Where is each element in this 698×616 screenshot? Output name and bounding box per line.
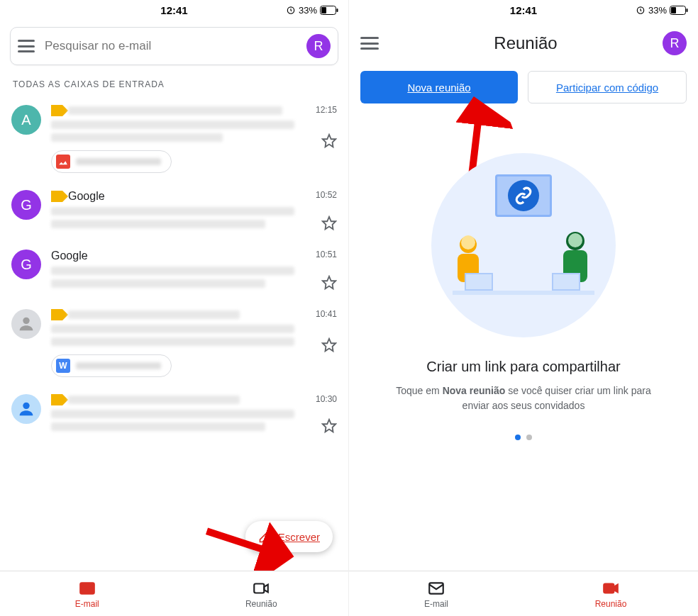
hamburger-icon[interactable] xyxy=(18,40,35,52)
email-time: 10:41 xyxy=(316,309,337,319)
bottom-nav: E-mail Reunião xyxy=(349,571,698,616)
email-sender: Google xyxy=(68,190,105,203)
star-icon[interactable] xyxy=(321,337,337,356)
svg-marker-4 xyxy=(323,135,336,147)
compose-fab[interactable]: Escrever xyxy=(245,521,333,552)
email-list: A 12:15 G Google xyxy=(0,98,348,445)
attachment-chip[interactable]: W xyxy=(51,354,172,377)
status-right: 33% xyxy=(636,5,688,16)
status-bar: 12:41 33% xyxy=(349,0,698,20)
svg-point-9 xyxy=(23,403,29,409)
email-time: 10:51 xyxy=(316,250,337,259)
link-icon xyxy=(514,186,533,205)
email-time: 12:15 xyxy=(316,105,337,115)
status-time: 12:41 xyxy=(160,4,187,16)
star-icon[interactable] xyxy=(321,215,337,234)
avatar-button[interactable]: R xyxy=(663,31,687,55)
email-item[interactable]: G Google 10:52 xyxy=(0,183,348,242)
svg-marker-6 xyxy=(323,276,336,289)
email-item[interactable]: A 12:15 xyxy=(0,98,348,183)
video-icon xyxy=(252,579,270,598)
svg-rect-3 xyxy=(337,9,338,12)
email-avatar: G xyxy=(11,250,41,279)
important-icon xyxy=(51,105,62,116)
word-icon: W xyxy=(56,359,70,373)
svg-point-7 xyxy=(23,318,29,324)
nav-meet[interactable]: Reunião xyxy=(174,571,349,616)
phone-right: 12:41 33% Reunião R Nova reunião Partici… xyxy=(349,0,698,616)
important-icon xyxy=(51,394,62,405)
pencil-icon xyxy=(258,530,272,544)
svg-point-23 xyxy=(568,233,582,247)
header: Reunião R xyxy=(349,20,698,62)
email-item[interactable]: 10:41 W xyxy=(0,302,348,387)
alarm-icon xyxy=(636,5,646,15)
email-avatar xyxy=(11,394,41,424)
button-row: Nova reunião Participar com código xyxy=(349,62,698,111)
status-time: 12:41 xyxy=(510,4,537,16)
alarm-icon xyxy=(286,5,296,15)
illustration xyxy=(431,153,616,337)
star-icon[interactable] xyxy=(321,418,337,437)
status-bar: 12:41 33% xyxy=(0,0,348,20)
video-icon xyxy=(602,579,620,598)
section-label: TODAS AS CAIXAS DE ENTRADA xyxy=(0,74,348,98)
svg-rect-13 xyxy=(255,583,265,593)
svg-point-20 xyxy=(461,235,475,250)
email-item[interactable]: 10:30 xyxy=(0,387,348,445)
battery-percent: 33% xyxy=(648,5,667,16)
nav-meet-label: Reunião xyxy=(595,599,627,609)
image-icon xyxy=(56,155,70,169)
page-title: Reunião xyxy=(389,33,663,53)
search-placeholder: Pesquisar no e-mail xyxy=(45,39,306,53)
nav-email-label: E-mail xyxy=(424,599,448,609)
star-icon[interactable] xyxy=(321,133,337,152)
important-icon xyxy=(51,309,62,320)
email-time: 10:52 xyxy=(316,190,337,200)
svg-marker-8 xyxy=(323,339,336,351)
promo-text: Toque em Nova reunião se você quiser cri… xyxy=(370,383,677,413)
dot[interactable] xyxy=(526,435,532,440)
email-sender: Google xyxy=(51,250,88,262)
email-avatar xyxy=(11,309,41,339)
nav-email[interactable]: E-mail xyxy=(0,571,174,616)
new-meeting-button[interactable]: Nova reunião xyxy=(360,71,518,103)
promo-area: Criar um link para compartilhar Toque em… xyxy=(349,111,698,454)
attachment-chip[interactable] xyxy=(51,150,172,173)
mail-icon xyxy=(427,579,445,598)
svg-rect-17 xyxy=(687,9,688,12)
email-avatar: G xyxy=(11,190,41,220)
fab-label: Escrever xyxy=(278,531,320,543)
star-icon[interactable] xyxy=(321,275,337,293)
email-item[interactable]: G Google 10:51 xyxy=(0,242,348,302)
status-right: 33% xyxy=(286,5,338,16)
svg-rect-16 xyxy=(671,7,676,13)
avatar-button[interactable]: R xyxy=(306,34,331,58)
nav-email[interactable]: E-mail xyxy=(349,571,524,616)
nav-email-label: E-mail xyxy=(75,599,99,609)
search-bar[interactable]: Pesquisar no e-mail R xyxy=(10,27,338,65)
svg-rect-26 xyxy=(604,583,614,593)
nav-meet-label: Reunião xyxy=(245,599,277,609)
battery-icon xyxy=(670,6,688,15)
svg-rect-2 xyxy=(321,7,326,13)
hamburger-icon[interactable] xyxy=(360,37,379,50)
carousel-dots[interactable] xyxy=(515,435,532,440)
svg-marker-10 xyxy=(323,420,336,432)
promo-title: Criar um link para compartilhar xyxy=(426,359,620,375)
svg-marker-5 xyxy=(323,217,336,229)
email-avatar: A xyxy=(11,105,41,135)
dot[interactable] xyxy=(515,435,521,440)
phone-left: 12:41 33% Pesquisar no e-mail R TODAS AS… xyxy=(0,0,349,616)
bottom-nav: E-mail Reunião xyxy=(0,571,348,616)
mail-icon xyxy=(78,579,96,598)
nav-meet[interactable]: Reunião xyxy=(524,571,698,616)
battery-percent: 33% xyxy=(299,5,317,16)
battery-icon xyxy=(320,6,338,15)
email-time: 10:30 xyxy=(316,394,337,404)
join-code-button[interactable]: Participar com código xyxy=(528,71,687,103)
important-icon xyxy=(51,191,62,202)
